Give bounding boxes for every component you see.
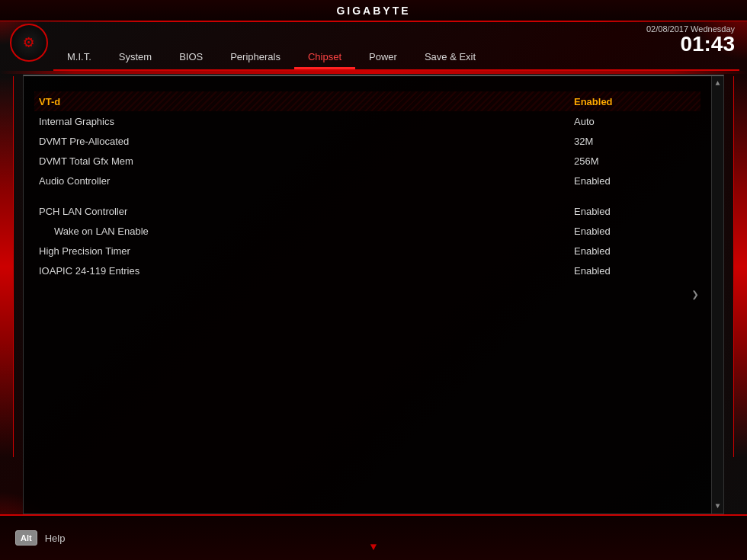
setting-value-audio-controller: Enabled bbox=[574, 175, 696, 187]
content-area: ▲ ▼ ❯ VT-d Enabled Internal Graphics Aut… bbox=[23, 75, 724, 514]
setting-name-audio-controller: Audio Controller bbox=[39, 175, 574, 187]
nav-item-save-exit[interactable]: Save & Exit bbox=[411, 46, 489, 67]
settings-table: VT-d Enabled Internal Graphics Auto DVMT… bbox=[24, 76, 711, 296]
logo-area: ⚙ bbox=[8, 21, 50, 63]
setting-row-pch-lan[interactable]: PCH LAN Controller Enabled bbox=[39, 201, 696, 221]
nav-item-mit[interactable]: M.I.T. bbox=[53, 46, 105, 67]
alt-key: Alt bbox=[15, 530, 37, 546]
setting-name-vt-d: VT-d bbox=[39, 96, 574, 107]
setting-name-pch-lan: PCH LAN Controller bbox=[39, 206, 574, 217]
setting-name-wake-on-lan: Wake on LAN Enable bbox=[39, 226, 574, 237]
bottom-center-arrow: ▼ bbox=[370, 541, 377, 553]
scroll-down-arrow[interactable]: ▼ bbox=[715, 502, 720, 510]
nav-item-bios[interactable]: BIOS bbox=[165, 46, 216, 67]
setting-value-high-precision: Enabled bbox=[574, 245, 696, 257]
brand-title: GIGABYTE bbox=[336, 5, 410, 17]
nav-bottom-line bbox=[0, 71, 747, 74]
bottom-bar: Alt Help ▼ bbox=[0, 514, 747, 560]
setting-row-vt-d[interactable]: VT-d Enabled bbox=[34, 91, 701, 111]
setting-row-wake-on-lan[interactable]: Wake on LAN Enable Enabled bbox=[39, 221, 696, 241]
setting-value-pch-lan: Enabled bbox=[574, 206, 696, 217]
nav-item-chipset[interactable]: Chipset bbox=[294, 46, 355, 69]
setting-row-high-precision[interactable]: High Precision Timer Enabled bbox=[39, 241, 696, 261]
setting-name-dvmt-total: DVMT Total Gfx Mem bbox=[39, 155, 574, 167]
right-chevron-icon: ❯ bbox=[691, 287, 699, 302]
setting-value-dvmt-pre: 32M bbox=[574, 136, 696, 147]
spacer-1 bbox=[39, 190, 696, 201]
gear-icon: ⚙ bbox=[10, 24, 48, 62]
setting-row-dvmt-total[interactable]: DVMT Total Gfx Mem 256M bbox=[39, 151, 696, 171]
setting-name-ioapic: IOAPIC 24-119 Entries bbox=[39, 265, 574, 277]
setting-name-internal-graphics: Internal Graphics bbox=[39, 116, 574, 127]
header-line bbox=[0, 21, 747, 22]
scroll-up-arrow[interactable]: ▲ bbox=[715, 79, 720, 88]
side-decoration-left bbox=[0, 76, 14, 457]
header-bar: GIGABYTE bbox=[0, 0, 747, 21]
setting-value-internal-graphics: Auto bbox=[574, 116, 696, 127]
setting-value-ioapic: Enabled bbox=[574, 265, 696, 277]
scroll-bar[interactable]: ▲ ▼ bbox=[711, 76, 723, 514]
setting-name-dvmt-pre: DVMT Pre-Allocated bbox=[39, 136, 574, 147]
setting-name-high-precision: High Precision Timer bbox=[39, 245, 574, 257]
nav-item-peripherals[interactable]: Peripherals bbox=[216, 46, 294, 67]
help-label: Help bbox=[45, 533, 66, 544]
setting-row-audio-controller[interactable]: Audio Controller Enabled bbox=[39, 171, 696, 190]
nav-item-power[interactable]: Power bbox=[355, 46, 411, 67]
setting-value-wake-on-lan: Enabled bbox=[574, 226, 696, 237]
nav-item-system[interactable]: System bbox=[105, 46, 165, 67]
setting-value-vt-d: Enabled bbox=[574, 96, 696, 107]
navbar: M.I.T. System BIOS Peripherals Chipset P… bbox=[53, 44, 739, 71]
side-decoration-right bbox=[733, 76, 747, 457]
setting-row-internal-graphics[interactable]: Internal Graphics Auto bbox=[39, 111, 696, 131]
setting-row-ioapic[interactable]: IOAPIC 24-119 Entries Enabled bbox=[39, 261, 696, 280]
setting-row-dvmt-pre[interactable]: DVMT Pre-Allocated 32M bbox=[39, 131, 696, 151]
setting-value-dvmt-total: 256M bbox=[574, 155, 696, 167]
